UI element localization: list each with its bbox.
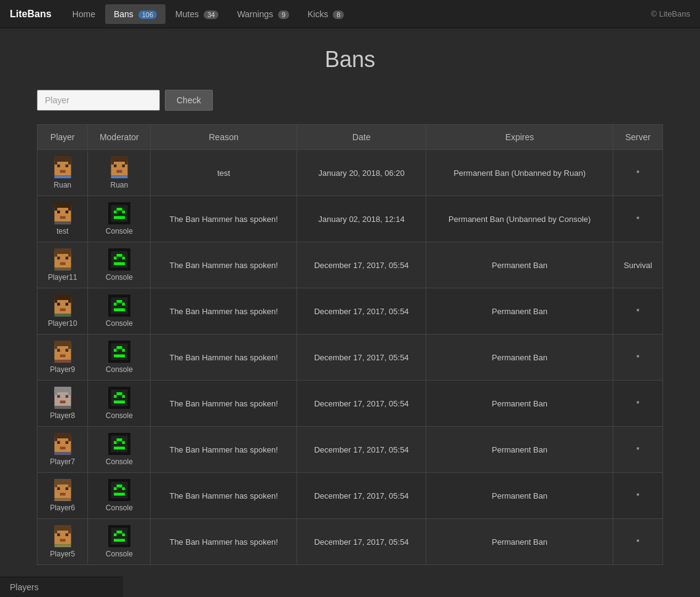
player-name: Player7	[50, 457, 75, 466]
player-cell: Player5	[38, 519, 88, 565]
col-date: Date	[296, 125, 426, 150]
player-avatar	[52, 479, 74, 501]
svg-rect-29	[114, 211, 117, 214]
svg-rect-111	[54, 482, 57, 488]
moderator-avatar	[108, 387, 130, 409]
svg-rect-16	[116, 170, 122, 173]
svg-rect-36	[54, 251, 57, 257]
nav-warnings[interactable]: Warnings 9	[228, 4, 298, 24]
moderator-avatar	[108, 479, 130, 501]
svg-rect-43	[111, 251, 127, 268]
svg-rect-13	[125, 159, 128, 165]
svg-rect-106	[122, 441, 125, 445]
player-avatar	[52, 433, 74, 455]
player-name: Player9	[50, 365, 75, 374]
search-input[interactable]	[37, 90, 160, 111]
moderator-name: Console	[106, 319, 133, 328]
svg-rect-96	[54, 436, 57, 441]
player-name: Player11	[48, 273, 77, 282]
svg-rect-83	[57, 395, 60, 398]
table-row: Player5 Console The Ban Hammer has spoke…	[38, 519, 663, 565]
svg-rect-126	[54, 528, 57, 534]
moderator-cell: Console	[88, 288, 151, 334]
svg-rect-3	[54, 159, 57, 165]
check-button[interactable]: Check	[165, 90, 213, 111]
players-label: Players	[10, 582, 39, 592]
server-cell: *	[613, 473, 663, 519]
svg-rect-45	[116, 254, 122, 257]
date-cell: December 17, 2017, 05:54	[296, 242, 426, 288]
svg-rect-4	[68, 159, 71, 165]
expires-cell: Permanent Ban (Unbanned by Console)	[426, 196, 613, 242]
svg-rect-61	[122, 303, 125, 306]
table-header: Player Moderator Reason Date Expires Ser…	[38, 125, 663, 150]
nav-items: Home Bans 106 Mutes 34 Warnings 9 Kicks …	[64, 4, 651, 24]
moderator-name: Console	[106, 227, 133, 235]
date-cell: December 17, 2017, 05:54	[296, 381, 426, 427]
moderator-avatar	[108, 156, 130, 178]
reason-cell: The Ban Hammer has spoken!	[151, 427, 296, 473]
player-cell: Player7	[38, 427, 88, 473]
nav-bans[interactable]: Bans 106	[105, 4, 165, 24]
date-cell: December 17, 2017, 05:54	[296, 288, 426, 334]
svg-rect-22	[68, 205, 71, 211]
player-name: Player10	[48, 319, 77, 328]
player-avatar	[52, 248, 74, 271]
player-cell: Player10	[38, 288, 88, 334]
svg-rect-28	[111, 205, 127, 222]
svg-rect-89	[114, 395, 117, 398]
svg-rect-104	[114, 441, 117, 445]
svg-rect-128	[57, 534, 60, 537]
svg-rect-97	[68, 436, 71, 441]
svg-rect-30	[116, 208, 122, 211]
table-row: Player6 Console The Ban Hammer has spoke…	[38, 473, 663, 519]
date-cell: December 17, 2017, 05:54	[296, 519, 426, 565]
warnings-count-badge: 9	[278, 10, 289, 19]
col-expires: Expires	[426, 125, 613, 150]
player-cell: Player6	[38, 473, 88, 519]
svg-rect-32	[114, 216, 125, 219]
svg-rect-68	[57, 349, 60, 352]
svg-rect-118	[111, 482, 127, 499]
player-cell: Ruan	[38, 150, 88, 196]
svg-rect-23	[57, 211, 60, 214]
svg-rect-114	[65, 488, 68, 491]
search-bar: Check	[37, 90, 663, 111]
moderator-cell: Console	[88, 334, 151, 381]
svg-rect-56	[54, 314, 71, 317]
svg-rect-40	[60, 263, 65, 266]
moderator-cell: Console	[88, 519, 151, 565]
player-name: Player5	[50, 550, 75, 558]
nav-home[interactable]: Home	[64, 4, 104, 24]
svg-rect-5	[57, 165, 60, 168]
svg-rect-14	[114, 165, 117, 168]
player-avatar	[52, 341, 74, 363]
expires-cell: Permanent Ban (Unbanned by Ruan)	[426, 150, 613, 196]
table-row: Player8 Console The Ban Hammer has spoke…	[38, 381, 663, 427]
expires-cell: Permanent Ban	[426, 381, 613, 427]
nav-mutes[interactable]: Mutes 34	[167, 4, 227, 24]
svg-rect-39	[65, 257, 68, 260]
svg-rect-69	[65, 349, 68, 352]
player-name: Player6	[50, 504, 75, 512]
svg-rect-119	[114, 488, 117, 491]
svg-rect-133	[111, 528, 127, 545]
player-cell: Player8	[38, 381, 88, 427]
svg-rect-51	[54, 298, 57, 303]
svg-rect-38	[57, 257, 60, 260]
nav-kicks[interactable]: Kicks 8	[299, 4, 352, 24]
svg-rect-101	[54, 453, 71, 456]
moderator-cell: Console	[88, 242, 151, 288]
reason-cell: The Ban Hammer has spoken!	[151, 242, 296, 288]
svg-rect-54	[65, 303, 68, 306]
expires-cell: Permanent Ban	[426, 288, 613, 334]
copyright: © LiteBans	[651, 9, 690, 18]
player-name: Player8	[50, 411, 75, 420]
svg-rect-88	[111, 390, 127, 406]
moderator-avatar	[108, 295, 130, 317]
moderator-cell: Ruan	[88, 150, 151, 196]
svg-rect-113	[57, 488, 60, 491]
mutes-count-badge: 34	[204, 10, 218, 19]
svg-rect-130	[60, 539, 65, 542]
svg-rect-98	[57, 441, 60, 445]
